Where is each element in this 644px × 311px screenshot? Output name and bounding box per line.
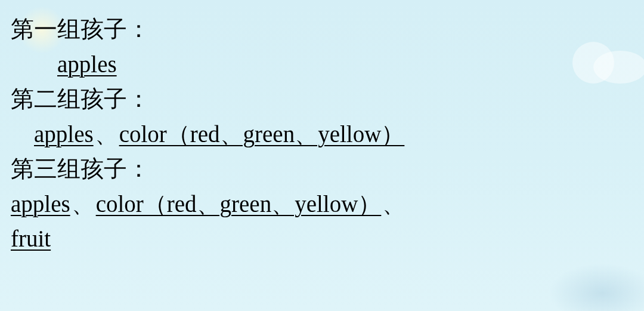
separator: 、: [382, 191, 405, 217]
item-3-1: apples: [11, 191, 70, 217]
group-heading-1: 第一组孩子：: [11, 12, 633, 47]
group-items-3: apples、color（red、green、yellow）、fruit: [11, 187, 633, 257]
separator: 、: [72, 191, 95, 217]
group-items-1: apples: [11, 47, 633, 82]
item-3-2: color（red、green、yellow）: [96, 191, 382, 217]
item-2-1: apples: [34, 121, 94, 147]
group-heading-3: 第三组孩子：: [11, 152, 633, 187]
item-3-3: fruit: [11, 226, 51, 251]
item-1-1: apples: [57, 51, 117, 77]
group-items-2: apples、color（red、green、yellow）: [11, 117, 633, 152]
separator: 、: [95, 121, 118, 147]
mountain-decoration: [549, 263, 644, 311]
item-2-2: color（red、green、yellow）: [119, 121, 405, 147]
group-heading-2: 第二组孩子：: [11, 82, 633, 117]
content: 第一组孩子： apples 第二组孩子： apples、color（red、gr…: [11, 12, 633, 257]
